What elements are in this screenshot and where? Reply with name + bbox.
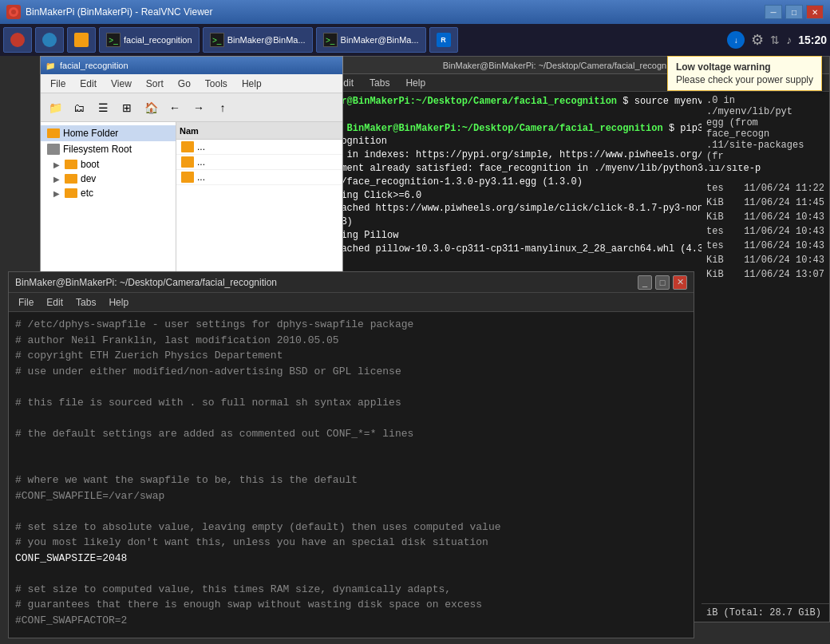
term-fg-menu-edit[interactable]: Edit [42, 295, 68, 310]
file-row-7: KiB11/06/24 13:07 [702, 267, 829, 282]
taskbar: >_ facial_recognition >_ BinMaker@BinMa.… [0, 24, 830, 56]
grid-view-button[interactable]: ⊞ [116, 97, 138, 119]
term-fg-menu-tabs[interactable]: Tabs [71, 295, 101, 310]
fm-menu-bar: File Edit View Sort Go Tools Help [41, 74, 342, 93]
fm-menu-tools[interactable]: Tools [199, 77, 234, 91]
term-menu-tabs[interactable]: Tabs [365, 76, 394, 90]
vim-line-12: #CONF_SWAPFILE=/var/swap [15, 488, 687, 504]
list-view-button[interactable]: ☰ [92, 97, 114, 119]
fm-menu-view[interactable]: View [105, 77, 138, 91]
fm-file-row-1[interactable]: ... [176, 140, 342, 155]
fm-menu-help[interactable]: Help [235, 77, 268, 91]
taskbar-terminal-2[interactable]: >_ BinMaker@BinMa... [203, 27, 313, 53]
sidebar-item-home[interactable]: Home Folder [41, 125, 176, 141]
network-icon[interactable]: ⇅ [770, 34, 780, 46]
vim-line-6: # this file is sourced with . so full no… [15, 395, 687, 411]
fm-main-panel: Nam ... ... ... [176, 122, 342, 294]
expand-arrow-etc: ▶ [53, 189, 61, 198]
term-fg-title-text: BinMaker@BinMakerPi: ~/Desktop/Camera/fa… [15, 277, 277, 288]
file-icon-1 [181, 141, 194, 152]
file-name-2: ... [197, 156, 338, 168]
term-menu-help[interactable]: Help [401, 76, 430, 90]
etc-label: etc [81, 188, 93, 199]
fm-menu-file[interactable]: File [44, 77, 72, 91]
term-fg-content[interactable]: # /etc/dphys-swapfile - user settings fo… [9, 312, 694, 638]
fm-title-bar: 📁 facial_recognition [41, 57, 342, 74]
term-fg-menu-help[interactable]: Help [104, 295, 133, 310]
boot-label: boot [81, 159, 99, 170]
term-fg-maximize[interactable]: □ [655, 275, 670, 290]
taskbar-folder[interactable] [67, 27, 96, 53]
taskbar-terminal-3[interactable]: >_ BinMaker@BinMa... [316, 27, 426, 53]
expand-arrow-boot: ▶ [53, 160, 61, 169]
file-row-2: KiB11/06/24 11:45 [702, 196, 829, 210]
file-icon-2 [181, 156, 194, 168]
partial-line-1: .0 in ./myenv/lib/pyt [706, 95, 824, 117]
file-row-1: tes11/06/24 11:22 [702, 181, 829, 196]
taskbar-globe[interactable] [35, 27, 64, 53]
vim-line-8: # the default settings are added as comm… [15, 426, 687, 442]
tree-item-etc[interactable]: ▶ etc [41, 186, 176, 200]
taskbar-vnc[interactable]: R [429, 27, 458, 53]
disk-total-label: iB (Total: 28.7 GiB) [706, 607, 821, 618]
term-right-partial: .0 in ./myenv/lib/pyt egg (from face_rec… [702, 92, 829, 165]
sidebar-item-filesystem[interactable]: Filesystem Root [41, 141, 176, 157]
vim-line-20: #CONF_SWAPFACTOR=2 [15, 613, 687, 629]
tree-item-dev[interactable]: ▶ dev [41, 172, 176, 186]
download-icon[interactable]: ↓ [727, 31, 745, 49]
vim-line-11: # where we want the swapfile to be, this… [15, 472, 687, 488]
fm-file-row-3[interactable]: ... [176, 170, 342, 185]
new-folder-button[interactable]: 📁 [44, 97, 66, 119]
taskbar-raspberry[interactable] [3, 27, 32, 53]
expand-arrow-dev: ▶ [53, 175, 61, 184]
fm-column-header: Nam [176, 122, 342, 140]
up-button[interactable]: ↑ [211, 97, 234, 119]
svg-point-1 [11, 10, 16, 14]
window-title: BinMakerPi (BinMakerPi) - RealVNC Viewer [26, 6, 765, 18]
window-controls: ─ □ ✕ [765, 5, 824, 19]
term-bg-title-text: BinMaker@BinMakerPi: ~/Desktop/Camera/fa… [443, 61, 683, 70]
file-name-1: ... [197, 141, 338, 152]
file-list-panel: tes11/06/24 11:22 KiB11/06/24 11:45 KiB1… [702, 181, 829, 282]
fm-title: facial_recognition [60, 61, 128, 70]
folder-icon-btn[interactable]: 🗂 [68, 97, 90, 119]
minimize-button[interactable]: ─ [765, 5, 782, 19]
fm-menu-go[interactable]: Go [172, 77, 197, 91]
vim-line-18: # set size to computed value, this times… [15, 582, 687, 598]
globe-icon [42, 33, 57, 47]
tree-item-boot[interactable]: ▶ boot [41, 157, 176, 172]
column-name: Nam [180, 126, 199, 136]
vim-line-15: # you most likely don't want this, unles… [15, 535, 687, 551]
forward-button[interactable]: → [188, 97, 210, 119]
voltage-warning-line2: Please check your power supply [676, 74, 813, 85]
fm-file-row-2[interactable]: ... [176, 155, 342, 170]
maximize-button[interactable]: □ [785, 5, 803, 19]
taskbar-terminal-facial[interactable]: >_ facial_recognition [99, 27, 200, 53]
system-tray: ↓ ⚙ ⇅ ♪ 15:20 [727, 31, 827, 49]
file-icon-3 [181, 172, 194, 183]
vim-line-3: # copyright ETH Zuerich Physics Departem… [15, 348, 687, 364]
fm-menu-edit[interactable]: Edit [73, 77, 103, 91]
app-icon [6, 5, 21, 19]
term-fg-close[interactable]: ✕ [673, 275, 687, 290]
terminal-foreground: BinMaker@BinMakerPi: ~/Desktop/Camera/fa… [8, 271, 694, 638]
vim-line-14: # set size to absolute value, leaving em… [15, 520, 687, 535]
bluetooth-icon[interactable]: ⚙ [751, 31, 764, 49]
back-button[interactable]: ← [164, 97, 186, 119]
close-button[interactable]: ✕ [806, 5, 824, 19]
term-fg-minimize[interactable]: _ [638, 275, 652, 290]
fm-menu-sort[interactable]: Sort [140, 77, 170, 91]
term-fg-controls: _ □ ✕ [638, 275, 687, 290]
term-fg-menu-file[interactable]: File [14, 295, 38, 310]
file-manager: 📁 facial_recognition File Edit View Sort… [40, 56, 343, 295]
taskbar-label-facial: facial_recognition [124, 35, 192, 45]
vim-line-9 [15, 441, 687, 457]
home-button[interactable]: 🏠 [140, 97, 162, 119]
boot-folder-icon [65, 160, 77, 169]
term-fg-title-bar: BinMaker@BinMakerPi: ~/Desktop/Camera/fa… [9, 272, 694, 293]
vim-line-2: # author Neil Franklin, last modificatio… [15, 333, 687, 349]
volume-icon[interactable]: ♪ [786, 34, 792, 46]
disk-space-info: iB (Total: 28.7 GiB) [702, 603, 829, 622]
taskbar-label-2: BinMaker@BinMa... [227, 35, 306, 45]
hdd-icon [47, 144, 60, 155]
